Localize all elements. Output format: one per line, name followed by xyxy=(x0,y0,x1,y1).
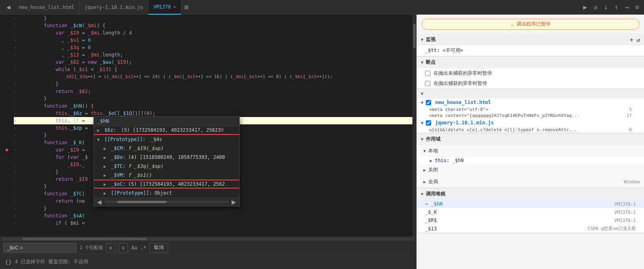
file-line: u[o]&&(delete u[o],c?delete n[l]:typeof … xyxy=(417,127,644,133)
deactivate-icon[interactable]: ⊘ xyxy=(633,2,641,12)
call-name: _$R$ xyxy=(425,217,437,223)
scope-section-header[interactable]: ▼ 作用域 xyxy=(417,133,644,145)
tab-jquery[interactable]: jquery-1.10.1.min.js xyxy=(80,0,149,15)
callstack-section-header[interactable]: ▼ 调用堆栈 xyxy=(417,188,644,200)
add-watch-icon[interactable]: + xyxy=(630,37,633,43)
global-scope-header[interactable]: ▶ 全局 Window xyxy=(417,176,644,188)
right-panel: ⚠ 调试程序已暂停 ▼ 监视 + ↺ _$tt: <不可用> xyxy=(416,15,644,269)
breakpoints-section-header[interactable]: ▼ 断点 xyxy=(417,56,644,68)
regex-option[interactable]: .* xyxy=(141,245,146,251)
step-over-icon[interactable]: ↺ xyxy=(592,2,599,12)
prop-value: f _$3q(_$xp) xyxy=(128,163,163,169)
gutter-line xyxy=(0,161,10,168)
callstack-content: → _$hN VM1376:1 _$_K VM1376:1 _$R$ VM137… xyxy=(417,200,644,233)
collapse-icon[interactable]: ▼ xyxy=(421,121,423,125)
tab-vm1376[interactable]: VM1376 ✕ xyxy=(148,0,181,15)
file-group-header[interactable]: ▼ jquery-1.10.1.min.js xyxy=(417,119,644,127)
prop-value: _$4s xyxy=(150,137,162,142)
prop-key: _$De: xyxy=(111,154,126,160)
uncaught-label: 在抛出未捕获的异常时暂停 xyxy=(434,70,492,77)
aa-option[interactable]: Aa xyxy=(131,245,137,251)
tab-label: jquery-1.10.1.min.js xyxy=(85,4,143,10)
step-out-icon[interactable]: ↑ xyxy=(613,2,620,12)
close-scope-header[interactable]: ▶ 关闭 xyxy=(417,164,644,176)
gutter-line xyxy=(0,176,10,183)
expand-icon[interactable]: ▼ xyxy=(97,137,102,142)
expand-icon[interactable]: ▶ xyxy=(104,191,108,195)
tab-new-house-list[interactable]: new_house_list.html xyxy=(14,0,80,15)
call-stack-item[interactable]: _$13 CSDN @想看vm汪满天星 xyxy=(417,224,644,233)
files-section-header[interactable]: ▼ xyxy=(417,89,644,98)
code-editor: ● - } - function _$cW(_$mi) { - var _$I xyxy=(0,15,416,269)
tooltip-row-cm[interactable]: ▶ _$CM: f _$I9(_$xp) xyxy=(94,144,239,153)
refresh-watch-icon[interactable]: ↺ xyxy=(637,37,640,43)
gutter-line xyxy=(0,190,10,197)
collapse-icon[interactable]: ▼ xyxy=(421,100,423,105)
step-icon[interactable]: → xyxy=(623,2,631,12)
gutter-line xyxy=(0,212,10,219)
local-scope-header[interactable]: ▼ 本地 xyxy=(417,145,644,157)
add-tab-button[interactable]: ⊞ xyxy=(181,2,192,12)
scrollbar-thumb[interactable] xyxy=(413,24,416,48)
code-line: - if ( $mi < xyxy=(14,219,412,227)
vertical-scrollbar[interactable] xyxy=(412,15,416,236)
gutter-line xyxy=(0,80,10,88)
resume-icon[interactable]: ▶ xyxy=(581,2,589,12)
call-stack-item[interactable]: _$R$ VM1376:1 xyxy=(417,216,644,224)
find-up-button[interactable]: ∧ xyxy=(106,243,115,253)
file-group-header[interactable]: ▼ new_house_list.html xyxy=(417,98,644,106)
prop-key: [[Prototype]]: xyxy=(111,190,152,196)
watch-section: ▼ 监视 + ↺ _$tt: <不可用> xyxy=(417,34,644,56)
tooltip-row-proto1[interactable]: ▼ [[Prototype]]: _$4s xyxy=(94,135,239,144)
close-tab-icon[interactable]: ✕ xyxy=(173,4,176,9)
file-checkbox[interactable] xyxy=(426,100,431,105)
expand-icon[interactable]: ▶ xyxy=(104,164,108,169)
file-line: <meta content="{qqqqqqq1HJ7sqK14EPoTnNkF… xyxy=(417,113,644,119)
expand-icon[interactable]: ▶ xyxy=(104,182,108,187)
find-cancel-button[interactable]: 取消 xyxy=(150,243,168,253)
tooltip-row-tc[interactable]: ▶ _$TC: f _$3q(_$xp) xyxy=(94,162,239,171)
tooltip-row-vm[interactable]: ▶ _$VM: f _$s1() xyxy=(94,171,239,180)
call-file: VM1376:1 xyxy=(614,210,636,215)
expand-icon[interactable]: ▶ xyxy=(430,158,432,163)
caught-checkbox[interactable] xyxy=(425,81,430,86)
tooltip-row-proto2[interactable]: ▶ [[Prototype]]: Object xyxy=(94,189,239,197)
global-label: 全局 xyxy=(428,178,438,185)
find-down-button[interactable]: ∨ xyxy=(119,243,128,253)
call-stack-item[interactable]: _$_K VM1376:1 xyxy=(417,208,644,216)
gutter-line-breakpoint: ● xyxy=(0,146,10,154)
find-input[interactable] xyxy=(3,243,76,253)
watch-item: _$tt: <不可用> xyxy=(417,46,644,56)
step-into-icon[interactable]: ↓ xyxy=(602,2,609,12)
expand-icon[interactable]: ▶ xyxy=(97,128,102,132)
expand-icon[interactable]: ▶ xyxy=(104,155,108,160)
gutter-line xyxy=(0,15,10,22)
code-line: - function _$sA( xyxy=(14,212,412,219)
scrollbar-thumb[interactable] xyxy=(22,238,146,240)
call-name: _$_K xyxy=(425,209,437,215)
chevron-right-icon: ▶ xyxy=(423,180,426,184)
expand-icon[interactable]: ▶ xyxy=(104,173,108,178)
prop-value: f _$I9(_$xp) xyxy=(128,145,163,151)
expand-icon[interactable]: ▶ xyxy=(104,146,108,151)
gutter-line xyxy=(0,37,10,44)
tooltip-row-oc[interactable]: ▶ _$oC: (5) [1732584193, 4023233417, 256… xyxy=(94,180,239,189)
watch-name: _$tt: xyxy=(425,48,442,53)
tooltip-row-de[interactable]: ▶ _$De: (4) [1518500249, 1859775393, 240… xyxy=(94,153,239,162)
scroll-right-button[interactable]: ▶ xyxy=(230,199,238,205)
files-section: ▼ ▼ new_house_list.html <meta charset="u… xyxy=(417,89,644,133)
gutter-line xyxy=(0,22,10,29)
chevron-down-icon: ▼ xyxy=(421,192,423,196)
scroll-left-button[interactable]: ◀ xyxy=(95,199,103,205)
watch-section-header[interactable]: ▼ 监视 + ↺ xyxy=(417,34,644,46)
horizontal-scrollbar[interactable] xyxy=(0,236,416,241)
tooltip-row-6z[interactable]: ▶ $6z: (5) [1732584193, 4023233417, 2562… xyxy=(94,126,239,135)
call-stack-item[interactable]: → _$hN VM1376:1 xyxy=(417,200,644,208)
file-checkbox[interactable] xyxy=(426,120,431,126)
back-button[interactable]: ◀ xyxy=(3,2,14,13)
file-name: jquery-1.10.1.min.js xyxy=(435,120,494,126)
uncaught-checkbox[interactable] xyxy=(425,71,430,76)
file-line: <meta charset="utf-8"> 5 xyxy=(417,106,644,113)
prop-value: Object xyxy=(154,190,172,196)
code-line: - function _$cW(_$mi) { xyxy=(14,22,412,29)
